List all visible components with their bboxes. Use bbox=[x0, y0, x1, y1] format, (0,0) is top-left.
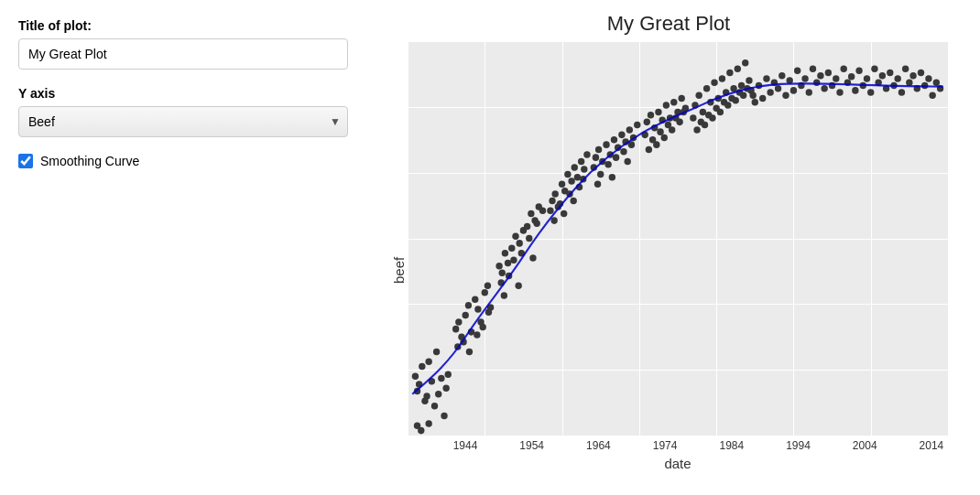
svg-point-34 bbox=[479, 324, 485, 331]
svg-point-179 bbox=[852, 87, 858, 94]
svg-point-174 bbox=[833, 75, 839, 82]
svg-point-6 bbox=[425, 358, 431, 365]
svg-point-25 bbox=[474, 306, 481, 313]
svg-point-11 bbox=[438, 375, 444, 382]
svg-point-119 bbox=[669, 126, 675, 134]
svg-point-69 bbox=[583, 151, 590, 158]
svg-point-53 bbox=[526, 235, 532, 242]
svg-point-45 bbox=[528, 210, 534, 218]
svg-point-164 bbox=[794, 68, 800, 75]
svg-point-155 bbox=[759, 95, 766, 102]
svg-point-193 bbox=[906, 79, 912, 86]
svg-point-94 bbox=[620, 148, 626, 156]
svg-point-186 bbox=[879, 72, 886, 80]
svg-point-100 bbox=[648, 112, 654, 119]
svg-point-180 bbox=[855, 68, 862, 75]
x-tick-1974: 1974 bbox=[648, 439, 681, 452]
title-label: Title of plot: bbox=[18, 18, 348, 33]
chart-svg bbox=[408, 41, 948, 436]
svg-point-108 bbox=[679, 95, 685, 102]
svg-point-44 bbox=[524, 223, 530, 231]
svg-point-199 bbox=[929, 91, 935, 99]
x-tick-1994: 1994 bbox=[782, 439, 815, 452]
svg-point-104 bbox=[663, 102, 670, 109]
svg-point-24 bbox=[472, 296, 478, 304]
svg-point-85 bbox=[618, 132, 625, 139]
svg-point-117 bbox=[653, 141, 659, 148]
svg-point-3 bbox=[419, 363, 425, 371]
svg-point-178 bbox=[848, 73, 855, 81]
svg-point-171 bbox=[821, 85, 827, 92]
svg-point-147 bbox=[709, 114, 715, 122]
svg-point-184 bbox=[871, 65, 877, 72]
x-tick-1984: 1984 bbox=[715, 439, 748, 452]
svg-point-39 bbox=[505, 260, 511, 267]
sidebar: Title of plot: Y axis Beef Pork Chicken … bbox=[0, 0, 366, 495]
x-axis-title: date bbox=[408, 456, 948, 471]
svg-point-175 bbox=[836, 89, 843, 96]
svg-point-194 bbox=[909, 72, 916, 80]
svg-point-28 bbox=[485, 282, 491, 289]
svg-point-74 bbox=[550, 217, 557, 224]
svg-point-159 bbox=[775, 85, 781, 92]
yaxis-select[interactable]: Beef Pork Chicken bbox=[18, 106, 348, 137]
svg-point-166 bbox=[801, 75, 808, 82]
svg-point-116 bbox=[646, 146, 652, 154]
x-tick-2004: 2004 bbox=[848, 439, 881, 452]
svg-point-78 bbox=[593, 154, 599, 161]
svg-point-98 bbox=[625, 158, 631, 166]
svg-point-161 bbox=[782, 91, 789, 99]
svg-point-55 bbox=[501, 292, 507, 299]
svg-point-66 bbox=[574, 174, 581, 181]
svg-point-67 bbox=[578, 158, 584, 166]
svg-point-112 bbox=[657, 128, 663, 135]
x-axis-labels: 1944 1954 1964 1974 1984 1994 2004 2014 bbox=[408, 436, 948, 452]
svg-point-170 bbox=[817, 72, 823, 80]
svg-point-18 bbox=[452, 326, 459, 333]
smoothing-curve bbox=[412, 83, 942, 394]
svg-point-58 bbox=[549, 198, 555, 205]
svg-point-167 bbox=[806, 89, 812, 96]
x-tick-2014: 2014 bbox=[915, 439, 948, 452]
title-input[interactable] bbox=[18, 38, 348, 70]
svg-point-126 bbox=[711, 79, 717, 86]
svg-point-14 bbox=[445, 371, 452, 378]
svg-point-134 bbox=[742, 59, 748, 67]
svg-point-146 bbox=[702, 122, 708, 129]
svg-point-93 bbox=[613, 154, 619, 161]
svg-point-196 bbox=[918, 70, 924, 77]
svg-point-191 bbox=[898, 89, 905, 96]
svg-point-63 bbox=[564, 171, 571, 178]
smoothing-row: Smoothing Curve bbox=[18, 154, 348, 168]
svg-point-130 bbox=[726, 70, 733, 77]
svg-point-92 bbox=[604, 161, 611, 168]
svg-point-124 bbox=[703, 85, 710, 92]
svg-point-102 bbox=[655, 109, 661, 116]
y-axis-label: beef bbox=[389, 41, 408, 471]
svg-point-64 bbox=[568, 178, 574, 185]
x-tick-1954: 1954 bbox=[516, 439, 549, 452]
chart-right: 3000– 2500– 2000– 1500– 1000– 500– 0– bbox=[408, 41, 948, 471]
svg-point-17 bbox=[425, 420, 431, 427]
svg-point-163 bbox=[790, 87, 797, 94]
svg-point-149 bbox=[724, 102, 731, 109]
chart-area: My Great Plot beef bbox=[366, 0, 980, 495]
svg-point-8 bbox=[431, 403, 438, 410]
svg-point-36 bbox=[495, 263, 502, 270]
svg-point-96 bbox=[594, 180, 601, 188]
svg-point-57 bbox=[529, 254, 536, 262]
svg-point-128 bbox=[719, 75, 725, 82]
smoothing-checkbox[interactable] bbox=[18, 154, 33, 168]
svg-point-42 bbox=[517, 240, 523, 247]
svg-point-106 bbox=[670, 99, 677, 106]
svg-point-91 bbox=[597, 171, 604, 178]
yaxis-field-group: Y axis Beef Pork Chicken ▼ bbox=[18, 86, 348, 137]
svg-point-83 bbox=[611, 136, 617, 144]
yaxis-select-wrapper: Beef Pork Chicken ▼ bbox=[18, 106, 348, 137]
svg-point-156 bbox=[763, 75, 769, 82]
title-field-group: Title of plot: bbox=[18, 18, 348, 70]
smoothing-label[interactable]: Smoothing Curve bbox=[40, 154, 139, 168]
svg-point-0 bbox=[412, 373, 419, 381]
svg-point-51 bbox=[510, 256, 517, 264]
svg-point-22 bbox=[465, 302, 472, 309]
